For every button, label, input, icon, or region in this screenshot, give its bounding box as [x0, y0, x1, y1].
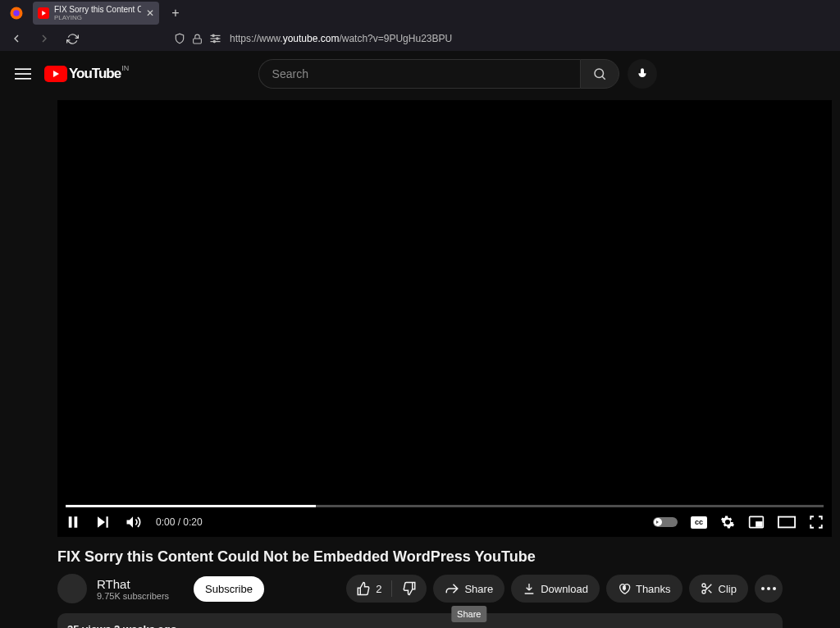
- svg-rect-13: [15, 78, 31, 80]
- thanks-icon: $: [618, 582, 631, 595]
- svg-point-10: [213, 40, 215, 42]
- tab-title: FIX Sorry this Content Could N: [54, 5, 141, 14]
- svg-rect-18: [75, 516, 78, 528]
- youtube-favicon-icon: [38, 7, 49, 19]
- svg-rect-12: [15, 73, 31, 75]
- country-code: IN: [121, 64, 129, 72]
- theater-button[interactable]: [778, 516, 796, 529]
- time-display: 0:00 / 0:20: [156, 516, 203, 528]
- download-icon: [523, 582, 536, 595]
- svg-point-8: [212, 34, 214, 36]
- tab-subtitle: PLAYING: [54, 14, 141, 21]
- share-button[interactable]: Share: [433, 575, 504, 603]
- svg-rect-17: [69, 516, 72, 528]
- svg-rect-24: [778, 517, 795, 528]
- volume-button[interactable]: [125, 514, 141, 530]
- next-button[interactable]: [95, 515, 110, 529]
- svg-rect-4: [194, 38, 202, 43]
- thanks-button[interactable]: $ Thanks: [606, 575, 682, 603]
- settings-button[interactable]: [720, 515, 735, 529]
- menu-button[interactable]: [13, 64, 33, 84]
- dislike-button[interactable]: [392, 575, 427, 603]
- svg-line-30: [705, 586, 707, 589]
- url-prefix: https://www.: [230, 33, 283, 44]
- url-path: /watch?v=9PUgHu23BPU: [339, 33, 452, 44]
- youtube-logo-icon: [44, 66, 67, 82]
- svg-marker-21: [127, 516, 134, 527]
- tab-bar: FIX Sorry this Content Could N PLAYING ✕…: [0, 0, 840, 26]
- clip-label: Clip: [719, 583, 737, 595]
- url-security-icons: [174, 33, 221, 44]
- youtube-logo-text: YouTube: [69, 66, 121, 82]
- autoplay-toggle[interactable]: [653, 517, 678, 527]
- miniplayer-button[interactable]: [748, 515, 765, 529]
- lock-icon: [192, 34, 203, 44]
- svg-point-26: [702, 584, 705, 587]
- microphone-icon: [636, 67, 649, 80]
- svg-point-9: [217, 38, 218, 39]
- svg-line-29: [708, 590, 711, 594]
- video-player[interactable]: 0:00 / 0:20 cc: [57, 100, 832, 537]
- player-controls: 0:00 / 0:20 cc: [57, 507, 832, 537]
- download-label: Download: [541, 583, 588, 595]
- share-tooltip: Share: [451, 606, 486, 622]
- url-bar[interactable]: https://www.youtube.com/watch?v=9PUgHu23…: [230, 33, 452, 44]
- download-button[interactable]: Download: [511, 575, 600, 603]
- svg-line-16: [602, 76, 605, 80]
- svg-point-33: [773, 587, 776, 590]
- clip-button[interactable]: Clip: [689, 575, 748, 603]
- browser-tab[interactable]: FIX Sorry this Content Could N PLAYING ✕: [33, 2, 159, 25]
- reload-button[interactable]: [62, 29, 82, 48]
- like-dislike-group: 2: [346, 575, 427, 603]
- search-placeholder: Search: [272, 67, 308, 80]
- like-count: 2: [376, 583, 381, 595]
- thumbs-up-icon: [356, 581, 371, 596]
- browser-chrome: FIX Sorry this Content Could N PLAYING ✕…: [0, 0, 840, 51]
- svg-point-31: [761, 587, 765, 590]
- video-container: 0:00 / 0:20 cc: [0, 100, 840, 628]
- fullscreen-button[interactable]: [809, 515, 824, 529]
- search-input[interactable]: Search: [258, 59, 580, 89]
- svg-point-32: [767, 587, 770, 590]
- search-icon: [592, 66, 607, 81]
- close-tab-icon[interactable]: ✕: [146, 7, 154, 19]
- firefox-icon: [7, 3, 26, 23]
- thumbs-down-icon: [402, 581, 417, 596]
- description-box[interactable]: 35 views 2 weeks ago This video gives yo…: [57, 613, 783, 628]
- channel-name[interactable]: RThat: [97, 577, 169, 591]
- svg-rect-11: [15, 68, 31, 70]
- pause-button[interactable]: [66, 515, 80, 529]
- svg-point-1: [13, 10, 20, 16]
- share-label: Share: [464, 583, 493, 595]
- channel-avatar[interactable]: [57, 574, 87, 603]
- svg-point-27: [702, 590, 705, 594]
- svg-rect-20: [107, 516, 108, 528]
- svg-rect-23: [756, 522, 762, 526]
- description-meta: 35 views 2 weeks ago: [67, 621, 773, 628]
- new-tab-button[interactable]: +: [164, 2, 187, 25]
- more-icon: [761, 587, 776, 590]
- like-button[interactable]: 2: [346, 575, 391, 603]
- subscriber-count: 9.75K subscribers: [97, 591, 169, 601]
- video-actions: 2 Share Share Download $ Thanks: [346, 575, 783, 603]
- svg-text:$: $: [623, 585, 625, 590]
- video-title: FIX Sorry this Content Could Not be Embe…: [57, 548, 783, 566]
- svg-marker-19: [98, 516, 105, 528]
- channel-block: RThat 9.75K subscribers Subscribe: [57, 574, 264, 603]
- svg-marker-14: [53, 71, 59, 77]
- youtube-masthead: YouTube IN Search: [0, 51, 840, 97]
- back-button[interactable]: [7, 29, 26, 48]
- voice-search-button[interactable]: [628, 59, 657, 89]
- thanks-label: Thanks: [636, 583, 671, 595]
- more-actions-button[interactable]: [755, 575, 783, 603]
- forward-button: [34, 29, 54, 48]
- tab-text: FIX Sorry this Content Could N PLAYING: [54, 5, 141, 21]
- subscribe-button[interactable]: Subscribe: [194, 576, 264, 602]
- captions-button[interactable]: cc: [691, 516, 707, 529]
- nav-bar: https://www.youtube.com/watch?v=9PUgHu23…: [0, 26, 840, 51]
- svg-point-15: [595, 69, 604, 78]
- youtube-logo[interactable]: YouTube IN: [44, 66, 121, 82]
- search-button[interactable]: [580, 59, 619, 89]
- share-icon: [445, 581, 459, 596]
- url-domain: youtube.com: [283, 33, 340, 44]
